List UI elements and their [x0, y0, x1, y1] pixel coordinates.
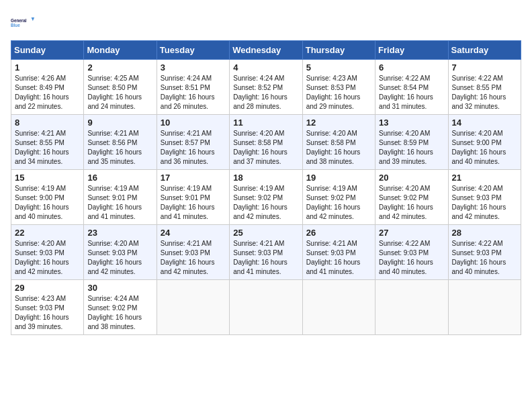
day-number: 29	[15, 283, 80, 293]
day-number: 28	[452, 228, 517, 238]
calendar-cell: 6Sunrise: 4:22 AM Sunset: 8:54 PM Daylig…	[375, 60, 448, 115]
day-number: 20	[379, 173, 444, 183]
day-info: Sunrise: 4:21 AM Sunset: 8:55 PM Dayligh…	[15, 129, 80, 167]
day-number: 6	[379, 62, 444, 73]
day-info: Sunrise: 4:24 AM Sunset: 9:02 PM Dayligh…	[87, 294, 152, 332]
calendar-cell: 13Sunrise: 4:20 AM Sunset: 8:59 PM Dayli…	[375, 115, 448, 170]
calendar-cell: 8Sunrise: 4:21 AM Sunset: 8:55 PM Daylig…	[11, 115, 84, 170]
day-info: Sunrise: 4:21 AM Sunset: 9:03 PM Dayligh…	[161, 239, 226, 277]
day-info: Sunrise: 4:20 AM Sunset: 9:00 PM Dayligh…	[452, 129, 517, 167]
logo-icon: GeneralBlue	[11, 11, 35, 35]
day-info: Sunrise: 4:24 AM Sunset: 8:52 PM Dayligh…	[233, 74, 298, 111]
day-number: 23	[87, 228, 152, 238]
calendar-cell	[157, 280, 229, 335]
day-info: Sunrise: 4:21 AM Sunset: 8:57 PM Dayligh…	[161, 129, 226, 167]
day-number: 4	[233, 62, 298, 73]
day-info: Sunrise: 4:26 AM Sunset: 8:49 PM Dayligh…	[15, 74, 80, 111]
calendar-cell: 11Sunrise: 4:20 AM Sunset: 8:58 PM Dayli…	[230, 115, 302, 170]
column-header-monday: Monday	[84, 41, 157, 60]
day-number: 22	[15, 228, 80, 238]
day-number: 9	[87, 118, 152, 128]
calendar-cell: 19Sunrise: 4:19 AM Sunset: 9:02 PM Dayli…	[302, 170, 375, 225]
calendar-week-4: 22Sunrise: 4:20 AM Sunset: 9:03 PM Dayli…	[11, 225, 521, 280]
day-number: 1	[15, 62, 80, 73]
day-number: 14	[452, 118, 517, 128]
calendar-cell: 24Sunrise: 4:21 AM Sunset: 9:03 PM Dayli…	[157, 225, 229, 280]
day-number: 27	[379, 228, 444, 238]
calendar-week-3: 15Sunrise: 4:19 AM Sunset: 9:00 PM Dayli…	[11, 170, 521, 225]
calendar-cell: 28Sunrise: 4:22 AM Sunset: 9:03 PM Dayli…	[448, 225, 521, 280]
calendar-header-row: SundayMondayTuesdayWednesdayThursdayFrid…	[11, 41, 521, 60]
day-number: 18	[233, 173, 298, 183]
calendar-cell: 26Sunrise: 4:21 AM Sunset: 9:03 PM Dayli…	[302, 225, 375, 280]
calendar-cell: 14Sunrise: 4:20 AM Sunset: 9:00 PM Dayli…	[448, 115, 521, 170]
day-info: Sunrise: 4:20 AM Sunset: 9:02 PM Dayligh…	[379, 184, 444, 222]
day-number: 15	[15, 173, 80, 183]
calendar-cell: 27Sunrise: 4:22 AM Sunset: 9:03 PM Dayli…	[375, 225, 448, 280]
calendar-cell: 17Sunrise: 4:19 AM Sunset: 9:01 PM Dayli…	[157, 170, 229, 225]
calendar-table: SundayMondayTuesdayWednesdayThursdayFrid…	[11, 40, 521, 335]
calendar-cell: 30Sunrise: 4:24 AM Sunset: 9:02 PM Dayli…	[84, 280, 157, 335]
day-number: 8	[15, 118, 80, 128]
calendar-cell	[375, 280, 448, 335]
day-number: 19	[306, 173, 371, 183]
calendar-cell: 15Sunrise: 4:19 AM Sunset: 9:00 PM Dayli…	[11, 170, 84, 225]
day-number: 11	[233, 118, 298, 128]
day-number: 16	[87, 173, 152, 183]
day-number: 25	[233, 228, 298, 238]
calendar-cell: 16Sunrise: 4:19 AM Sunset: 9:01 PM Dayli…	[84, 170, 157, 225]
column-header-sunday: Sunday	[11, 41, 84, 60]
day-info: Sunrise: 4:22 AM Sunset: 8:54 PM Dayligh…	[379, 74, 444, 111]
calendar-cell: 4Sunrise: 4:24 AM Sunset: 8:52 PM Daylig…	[230, 60, 302, 115]
day-number: 21	[452, 173, 517, 183]
calendar-cell: 23Sunrise: 4:20 AM Sunset: 9:03 PM Dayli…	[84, 225, 157, 280]
day-info: Sunrise: 4:21 AM Sunset: 9:03 PM Dayligh…	[233, 239, 298, 277]
day-info: Sunrise: 4:25 AM Sunset: 8:50 PM Dayligh…	[87, 74, 152, 111]
calendar-week-1: 1Sunrise: 4:26 AM Sunset: 8:49 PM Daylig…	[11, 60, 521, 115]
calendar-week-5: 29Sunrise: 4:23 AM Sunset: 9:03 PM Dayli…	[11, 280, 521, 335]
day-number: 2	[87, 62, 152, 73]
day-info: Sunrise: 4:19 AM Sunset: 9:02 PM Dayligh…	[306, 184, 371, 222]
svg-text:Blue: Blue	[11, 23, 20, 28]
column-header-thursday: Thursday	[302, 41, 375, 60]
day-number: 26	[306, 228, 371, 238]
column-header-saturday: Saturday	[448, 41, 521, 60]
day-info: Sunrise: 4:19 AM Sunset: 9:00 PM Dayligh…	[15, 184, 80, 222]
calendar-cell: 21Sunrise: 4:20 AM Sunset: 9:03 PM Dayli…	[448, 170, 521, 225]
calendar-cell: 18Sunrise: 4:19 AM Sunset: 9:02 PM Dayli…	[230, 170, 302, 225]
day-info: Sunrise: 4:20 AM Sunset: 8:58 PM Dayligh…	[306, 129, 371, 167]
calendar-cell: 9Sunrise: 4:21 AM Sunset: 8:56 PM Daylig…	[84, 115, 157, 170]
day-info: Sunrise: 4:23 AM Sunset: 9:03 PM Dayligh…	[15, 294, 80, 332]
calendar-cell	[302, 280, 375, 335]
day-number: 13	[379, 118, 444, 128]
day-number: 12	[306, 118, 371, 128]
day-info: Sunrise: 4:19 AM Sunset: 9:02 PM Dayligh…	[233, 184, 298, 222]
column-header-friday: Friday	[375, 41, 448, 60]
calendar-cell: 1Sunrise: 4:26 AM Sunset: 8:49 PM Daylig…	[11, 60, 84, 115]
day-number: 30	[87, 283, 152, 293]
calendar-cell	[448, 280, 521, 335]
day-info: Sunrise: 4:23 AM Sunset: 8:53 PM Dayligh…	[306, 74, 371, 111]
calendar-cell: 10Sunrise: 4:21 AM Sunset: 8:57 PM Dayli…	[157, 115, 229, 170]
calendar-cell: 12Sunrise: 4:20 AM Sunset: 8:58 PM Dayli…	[302, 115, 375, 170]
column-header-tuesday: Tuesday	[157, 41, 229, 60]
day-number: 24	[161, 228, 226, 238]
day-info: Sunrise: 4:22 AM Sunset: 9:03 PM Dayligh…	[379, 239, 444, 277]
calendar-week-2: 8Sunrise: 4:21 AM Sunset: 8:55 PM Daylig…	[11, 115, 521, 170]
day-number: 5	[306, 62, 371, 73]
day-info: Sunrise: 4:22 AM Sunset: 8:55 PM Dayligh…	[452, 74, 517, 111]
day-info: Sunrise: 4:20 AM Sunset: 9:03 PM Dayligh…	[15, 239, 80, 277]
page-header: GeneralBlue	[11, 11, 521, 35]
day-info: Sunrise: 4:20 AM Sunset: 9:03 PM Dayligh…	[87, 239, 152, 277]
day-info: Sunrise: 4:20 AM Sunset: 9:03 PM Dayligh…	[452, 184, 517, 222]
column-header-wednesday: Wednesday	[230, 41, 302, 60]
day-info: Sunrise: 4:22 AM Sunset: 9:03 PM Dayligh…	[452, 239, 517, 277]
day-number: 17	[161, 173, 226, 183]
calendar-cell: 5Sunrise: 4:23 AM Sunset: 8:53 PM Daylig…	[302, 60, 375, 115]
day-info: Sunrise: 4:19 AM Sunset: 9:01 PM Dayligh…	[87, 184, 152, 222]
calendar-cell: 7Sunrise: 4:22 AM Sunset: 8:55 PM Daylig…	[448, 60, 521, 115]
day-info: Sunrise: 4:21 AM Sunset: 9:03 PM Dayligh…	[306, 239, 371, 277]
day-info: Sunrise: 4:21 AM Sunset: 8:56 PM Dayligh…	[87, 129, 152, 167]
day-info: Sunrise: 4:24 AM Sunset: 8:51 PM Dayligh…	[161, 74, 226, 111]
day-number: 7	[452, 62, 517, 73]
